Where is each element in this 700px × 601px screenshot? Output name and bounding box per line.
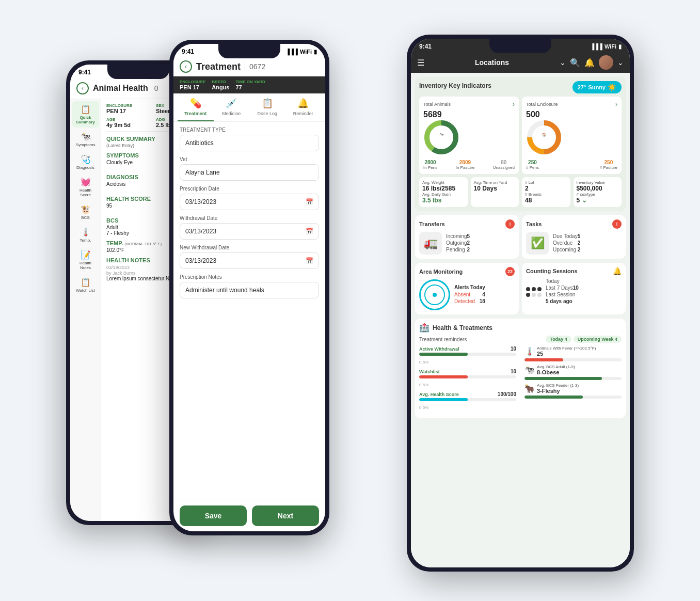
nav-health-notes-label: Health Notes (74, 261, 97, 270)
detected-value: 18 (480, 298, 485, 304)
avatar[interactable] (599, 55, 613, 70)
nav-quick-summary[interactable]: 📋 Quick Summary (72, 101, 99, 128)
detected-label: Detected (454, 298, 475, 304)
profile-chevron[interactable]: ⌄ (617, 58, 624, 67)
tab-treatment[interactable]: 💊 Treatment (178, 93, 214, 121)
total-enclosure-card: Total Enclosure › 500 🏠 (522, 97, 622, 174)
alerts-section: Alerts Today Absent 4 Detected 18 (454, 284, 485, 305)
bell-icon[interactable]: 🔔 (584, 58, 595, 68)
nav-watch-list[interactable]: 📋 Watch List (72, 274, 99, 296)
prescription-date-input[interactable]: 03/13/2023 📅 (180, 194, 319, 210)
avg-time-label: Avg. Time on Yard (474, 180, 516, 185)
svg-text:🏠: 🏠 (542, 132, 547, 137)
treat-enclosure-value: PEN 17 (180, 84, 205, 90)
withdrawal-date-input[interactable]: 03/13/2023 📅 (180, 223, 319, 240)
time-2: 9:41 (182, 48, 194, 55)
symptoms-value: Cloudy Eye (106, 160, 133, 170)
active-withdrawal-label: Active Withdrawal (419, 346, 459, 352)
save-button[interactable]: Save (180, 505, 247, 526)
animal-health-id: 0 (154, 84, 158, 92)
area-badge: 22 (505, 267, 515, 276)
total-animals-chevron[interactable]: › (513, 101, 515, 108)
avg-time-value: 10 Days (474, 185, 516, 192)
dash-icons: 🔍 🔔 ⌄ (570, 55, 624, 70)
health-notes-icon: 📝 (81, 250, 91, 260)
total-animals-value: 5689 (423, 110, 515, 119)
cs-bell-icon: 🔔 (613, 267, 622, 275)
weather-desc: Sunny (588, 84, 606, 90)
nav-watch-list-label: Watch List (76, 288, 95, 293)
enclosure-sub-row: 250 # Pens 250 # Pasture (526, 160, 617, 170)
treat-time-label: TIME ON YARD (235, 80, 265, 84)
fever-animal-icon: 🌡️ (524, 346, 535, 356)
avg-daily-gain-value: 3.5 lbs (422, 197, 465, 204)
absent-value: 4 (482, 292, 485, 297)
watch-list-icon: 📋 (81, 277, 91, 287)
withdrawal-date-group: Withdrawal Date 03/13/2023 📅 (180, 215, 319, 240)
nav-temp[interactable]: 🌡️ Temp. (72, 224, 99, 246)
health-score-value: 95 (106, 203, 112, 213)
treatment-type-input[interactable]: Antibiotics (180, 135, 319, 151)
bcs-feeder-label: Avg. BCS Feeder (1-3) (537, 383, 579, 388)
treat-breed-value: Angus (212, 84, 229, 90)
new-withdrawal-date-input[interactable]: 03/13/2023 📅 (180, 252, 319, 269)
bcs-feeder-value: 3-Fleshy (537, 388, 579, 394)
signal-icon-3: ▐▐▐ (590, 43, 602, 50)
total-enclosure-chevron[interactable]: › (615, 101, 617, 108)
tab-dose-log[interactable]: 📋 Dose Log (249, 93, 285, 121)
phone-dashboard: 9:41 ▐▐▐ WiFi ▮ ☰ Locations ⌄ 🔍 🔔 (407, 35, 634, 572)
location-chevron[interactable]: ⌄ (560, 58, 566, 67)
avg-health-score-value: 100/100 (498, 391, 516, 397)
weather-temp: 27° (578, 84, 586, 90)
health-treatments-section: 🏥 Health & Treatments Treatment reminder… (415, 319, 626, 418)
nav-bcs[interactable]: 🐮 BCS (72, 201, 99, 223)
treat-back-button[interactable]: ‹ (180, 60, 192, 73)
nav-health-notes[interactable]: 📝 Health Notes (72, 247, 99, 273)
treat-breed-field: BREED Angus (212, 80, 229, 90)
wifi-icon-2: WiFi (300, 49, 312, 55)
temp-value: 102.0°F (106, 247, 124, 253)
nav-bcs-label: BCS (81, 215, 89, 220)
pasture-value: 250 (600, 160, 617, 165)
sex-type-chevron: ⌄ (582, 197, 587, 204)
back-button-1[interactable]: ‹ (76, 82, 89, 94)
nav-health-score[interactable]: 💓 Health Score (72, 174, 99, 200)
menu-icon[interactable]: ☰ (417, 58, 424, 68)
dose-log-tab-icon: 📋 (262, 98, 273, 109)
watchlist-label: Watchlist (419, 369, 440, 374)
cs-data: Today Last 7 Days 10 Last Session (546, 278, 579, 305)
fever-card: 🌡️ Animals With Fever (=>102.5°F) 25 (524, 346, 622, 361)
nav-symptoms[interactable]: 🐄 Symptoms (72, 129, 99, 150)
bcs-feeder-icon: 🐂 (524, 384, 535, 393)
fever-value: 25 (537, 351, 596, 357)
vet-input[interactable]: Alayna Lane (180, 164, 319, 181)
breeds-label: # Breeds (525, 192, 567, 197)
bcs-adult-card: 🐄 Avg. BCS Adult (1-9) 8-Obese (524, 365, 622, 380)
total-enclosure-label: Total Enclosure (526, 102, 558, 107)
nav-health-score-label: Health Score (74, 188, 97, 197)
next-button[interactable]: Next (252, 505, 319, 526)
area-counting-row: Area Monitoring 22 Alerts (415, 263, 626, 314)
age-value: 4y 9m 5d (106, 122, 152, 128)
inventory-label: Inventory Value (577, 180, 619, 185)
counting-dots (526, 287, 542, 297)
active-withdrawal-pct: 0.5% (419, 360, 428, 365)
wifi-icon-3: WiFi (604, 43, 616, 50)
withdrawal-date-label: Withdrawal Date (180, 215, 319, 221)
transfers-tasks-row: Transfers ! 🚛 Incoming 5 (415, 215, 626, 259)
pens-label: # Pens (526, 165, 539, 170)
tab-reminder[interactable]: 🔔 Reminder (285, 93, 322, 121)
treat-time-field: TIME ON YARD 77 (235, 80, 265, 90)
nav-diagnosis-label: Diagnosis (76, 165, 94, 170)
search-icon[interactable]: 🔍 (570, 58, 580, 68)
counting-sessions-card: Counting Sessions 🔔 (522, 263, 626, 314)
tab-medicine[interactable]: 💉 Medicine (214, 93, 250, 121)
phone-treatment: 9:41 ▐▐▐ WiFi ▮ ‹ Treatment 0672 (169, 40, 329, 535)
prescription-notes-input[interactable]: Administer until wound heals (180, 282, 319, 298)
nav-diagnosis[interactable]: 🩺 Diagnosis (72, 151, 99, 173)
treatment-body: TREATMENT TYPE Antibiotics Vet Alayna La… (173, 122, 325, 500)
prescription-date-label: Prescription Date (180, 186, 319, 192)
total-animals-card: Total Animals › 5689 🐄 (419, 97, 519, 174)
prescription-notes-group: Prescription Notes Administer until woun… (180, 274, 319, 298)
transfers-data: Incoming 5 Outgoing 2 Pending (446, 233, 470, 254)
